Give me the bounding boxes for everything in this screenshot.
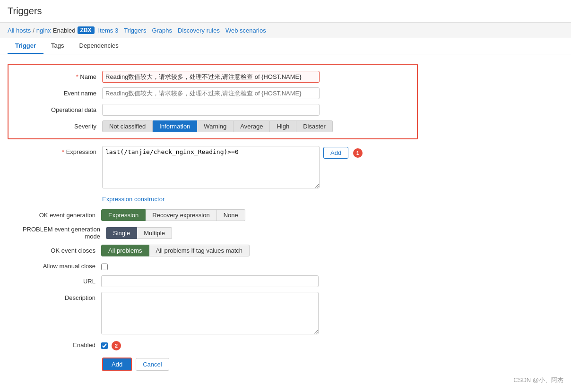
event-name-field-wrapper — [102, 87, 320, 99]
cancel-button[interactable]: Cancel — [136, 358, 169, 371]
items-link[interactable]: Items 3 — [96, 27, 121, 34]
problem-mode-label: PROBLEM event generation mode — [11, 226, 106, 240]
enabled-badge: Enabled — [53, 27, 76, 34]
allow-manual-close-wrapper — [101, 262, 108, 270]
event-name-input[interactable] — [102, 87, 320, 99]
severity-disaster[interactable]: Disaster — [296, 120, 333, 132]
ok-event-expression[interactable]: Expression — [101, 209, 146, 221]
ok-event-generation-label: OK event generation — [11, 212, 101, 219]
zbx-badge: ZBX — [78, 26, 95, 34]
description-textarea[interactable] — [101, 292, 319, 334]
ok-event-group: Expression Recovery expression None — [101, 209, 245, 221]
operational-data-input[interactable] — [102, 104, 320, 116]
enabled-checkbox[interactable] — [101, 342, 108, 349]
event-name-label: Event name — [12, 90, 102, 97]
name-row: Name — [9, 68, 417, 85]
tab-trigger[interactable]: Trigger — [8, 38, 43, 54]
tabs-bar: Trigger Tags Dependencies — [0, 38, 571, 54]
expression-label: Expression — [8, 146, 102, 155]
expression-textarea[interactable]: last(/tanjie/check_nginx_Reading)>=0 — [102, 146, 320, 188]
problem-mode-row: PROBLEM event generation mode Single Mul… — [8, 223, 418, 242]
bottom-actions: Add Cancel — [8, 353, 418, 376]
url-label: URL — [11, 278, 101, 285]
tab-tags[interactable]: Tags — [43, 38, 71, 54]
name-field-wrapper — [102, 71, 320, 83]
operational-data-label: Operational data — [12, 106, 102, 113]
allow-manual-close-checkbox[interactable] — [101, 264, 108, 270]
ok-event-recovery-expression[interactable]: Recovery expression — [146, 209, 216, 221]
severity-group: Not classified Information Warning Avera… — [102, 120, 333, 132]
severity-label: Severity — [12, 123, 102, 130]
discovery-rules-link[interactable]: Discovery rules — [176, 27, 222, 34]
name-label: Name — [12, 73, 102, 80]
allow-manual-close-label: Allow manual close — [11, 263, 101, 270]
name-input[interactable] — [102, 71, 320, 83]
event-name-row: Event name — [9, 85, 417, 102]
tab-dependencies[interactable]: Dependencies — [72, 38, 126, 54]
problem-mode-multiple[interactable]: Multiple — [137, 227, 172, 239]
description-label: Description — [11, 292, 101, 301]
form-container: Name Event name Operational data — [0, 54, 425, 385]
expression-constructor-row: Expression constructor — [8, 193, 418, 207]
add-expression-btn-container: Add 1 — [323, 146, 363, 159]
breadcrumb-bar: All hosts / nginx Enabled ZBX Items 3 Tr… — [0, 22, 571, 38]
web-scenarios-link[interactable]: Web scenarios — [224, 27, 268, 34]
expression-field: last(/tanjie/check_nginx_Reading)>=0 — [102, 146, 320, 190]
enabled-row: Enabled 2 — [8, 337, 418, 353]
submit-add-button[interactable]: Add — [102, 358, 132, 371]
all-hosts-link[interactable]: All hosts — [8, 27, 31, 34]
ok-closes-label: OK event closes — [11, 247, 101, 254]
url-row: URL — [8, 273, 418, 290]
add-expression-button[interactable]: Add — [323, 147, 348, 159]
operational-data-field-wrapper — [102, 104, 320, 116]
badge-1: 1 — [353, 148, 363, 158]
nginx-link[interactable]: nginx — [36, 27, 51, 34]
page-header: Triggers — [0, 0, 571, 22]
description-row: Description — [8, 290, 418, 337]
severity-warning[interactable]: Warning — [197, 120, 234, 132]
page-title: Triggers — [8, 6, 563, 17]
expression-constructor-link[interactable]: Expression constructor — [102, 196, 164, 203]
allow-manual-close-row: Allow manual close — [8, 259, 418, 273]
expression-row: Expression last(/tanjie/check_nginx_Read… — [8, 143, 418, 193]
form-section-bordered: Name Event name Operational data — [8, 64, 418, 139]
severity-high[interactable]: High — [270, 120, 296, 132]
ok-closes-tag-match[interactable]: All problems if tag values match — [149, 245, 250, 256]
ok-closes-row: OK event closes All problems All problem… — [8, 242, 418, 259]
enabled-wrapper: 2 — [101, 339, 121, 350]
severity-not-classified[interactable]: Not classified — [102, 120, 153, 132]
triggers-link[interactable]: Triggers — [122, 27, 148, 34]
operational-data-row: Operational data — [9, 102, 417, 118]
ok-event-generation-row: OK event generation Expression Recovery … — [8, 207, 418, 223]
ok-closes-all-problems[interactable]: All problems — [101, 245, 149, 256]
badge-2: 2 — [112, 341, 121, 350]
csdn-watermark: CSDN @小、阿杰 — [513, 376, 563, 384]
severity-average[interactable]: Average — [234, 120, 270, 132]
enabled-label: Enabled — [11, 341, 101, 349]
ok-event-none[interactable]: None — [217, 209, 245, 221]
severity-row: Severity Not classified Information Warn… — [9, 118, 417, 135]
url-input[interactable] — [101, 275, 319, 287]
breadcrumb-sep: / — [33, 27, 35, 34]
problem-mode-single[interactable]: Single — [106, 227, 137, 239]
ok-closes-group: All problems All problems if tag values … — [101, 245, 250, 256]
severity-information[interactable]: Information — [153, 120, 197, 132]
problem-mode-group: Single Multiple — [106, 227, 172, 239]
graphs-link[interactable]: Graphs — [150, 27, 174, 34]
